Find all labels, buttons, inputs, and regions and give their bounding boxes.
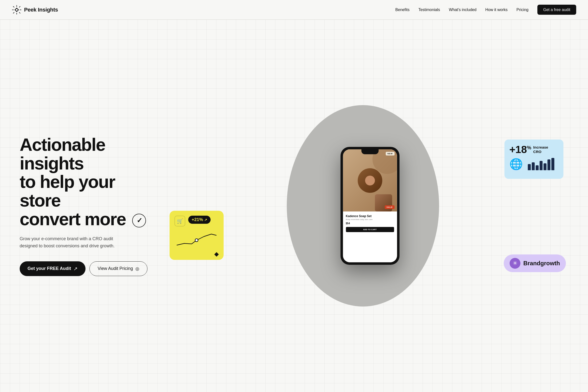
product-card: NEW SALE Kadence Soap Set Body essential… bbox=[343, 149, 397, 262]
nav-link-how-it-works[interactable]: How it works bbox=[485, 8, 508, 12]
product-price: $54 bbox=[346, 222, 394, 225]
cro-percentage: +18% bbox=[509, 144, 531, 155]
product-image: NEW SALE bbox=[343, 149, 397, 212]
hero-section: Actionable insights to help your store c… bbox=[0, 20, 588, 392]
svg-line-7 bbox=[13, 12, 14, 13]
logo-text: Peek Insights bbox=[24, 7, 58, 13]
bar-6 bbox=[547, 160, 550, 170]
hero-visual: NEW SALE Kadence Soap Set Body essential… bbox=[157, 120, 568, 292]
hero-subtitle: Grow your e-commerce brand with a CRO au… bbox=[20, 235, 128, 250]
nav-link-benefits[interactable]: Benefits bbox=[395, 8, 410, 12]
asterisk-icon: ✳ bbox=[510, 258, 520, 269]
bar-3 bbox=[536, 165, 539, 170]
bar-chart bbox=[528, 158, 554, 170]
logo-icon bbox=[12, 5, 22, 15]
svg-point-10 bbox=[195, 239, 198, 242]
phone-mockup: NEW SALE Kadence Soap Set Body essential… bbox=[340, 147, 399, 265]
cro-label: Increase CRO bbox=[533, 145, 548, 154]
brandgrowth-pill: ✳ Brandgrowth bbox=[504, 254, 566, 272]
line-chart bbox=[175, 230, 219, 250]
hero-title: Actionable insights to help your store c… bbox=[20, 136, 147, 228]
bar-4 bbox=[539, 161, 542, 170]
bar-1 bbox=[528, 164, 531, 170]
nav-link-whats-included[interactable]: What's included bbox=[449, 8, 476, 12]
add-to-cart-button[interactable]: ADD TO CART bbox=[346, 227, 394, 232]
bar-5 bbox=[543, 163, 546, 170]
product-info: Kadence Soap Set Body essentials daily s… bbox=[343, 212, 397, 262]
view-audit-pricing-button[interactable]: View Audit Pricing ◎ bbox=[90, 261, 147, 276]
svg-line-6 bbox=[20, 6, 21, 7]
analytics-card-top: 🛒 +21% ↗ bbox=[175, 216, 219, 226]
svg-line-5 bbox=[20, 12, 21, 13]
get-free-audit-button[interactable]: Get your FREE Audit ↗ bbox=[20, 261, 86, 276]
nav-links: Benefits Testimonials What's included Ho… bbox=[395, 8, 576, 12]
logo-link[interactable]: Peek Insights bbox=[12, 5, 58, 15]
nav-cta-button[interactable]: Get a free audit bbox=[537, 5, 576, 15]
hero-content: Actionable insights to help your store c… bbox=[20, 136, 147, 276]
check-circle-icon: ✓ bbox=[132, 214, 146, 228]
sale-badge: SALE bbox=[385, 205, 394, 209]
arrow-up-right-icon: ↗ bbox=[74, 266, 78, 272]
eye-icon: ◎ bbox=[135, 266, 139, 272]
brandgrowth-text: Brandgrowth bbox=[523, 260, 560, 267]
bar-2 bbox=[532, 162, 535, 170]
new-badge: NEW bbox=[386, 152, 395, 156]
phone-notch bbox=[361, 149, 378, 154]
bar-7 bbox=[551, 158, 554, 170]
product-name: Kadence Soap Set bbox=[346, 214, 394, 218]
cart-icon: 🛒 bbox=[175, 216, 185, 226]
svg-point-9 bbox=[16, 9, 18, 11]
globe-icon: 🌐 bbox=[509, 158, 523, 170]
cro-card-top: +18% Increase CRO bbox=[509, 144, 558, 155]
cro-card: +18% Increase CRO 🌐 bbox=[504, 140, 563, 179]
product-desc: Body essentials daily skin care bbox=[346, 218, 394, 220]
analytics-card: 🛒 +21% ↗ ◆ bbox=[170, 211, 224, 260]
svg-line-4 bbox=[13, 6, 14, 7]
arrow-up-icon: ↗ bbox=[204, 218, 207, 222]
hero-buttons: Get your FREE Audit ↗ View Audit Pricing… bbox=[20, 261, 147, 276]
nav-link-testimonials[interactable]: Testimonials bbox=[418, 8, 440, 12]
navbar: Peek Insights Benefits Testimonials What… bbox=[0, 0, 588, 20]
cro-card-bottom: 🌐 bbox=[509, 158, 558, 170]
phone-screen: NEW SALE Kadence Soap Set Body essential… bbox=[343, 149, 397, 262]
diamond-icon: ◆ bbox=[214, 250, 219, 258]
analytics-percentage: +21% ↗ bbox=[188, 216, 211, 224]
chart-area: ◆ bbox=[175, 230, 219, 255]
nav-link-pricing[interactable]: Pricing bbox=[516, 8, 528, 12]
